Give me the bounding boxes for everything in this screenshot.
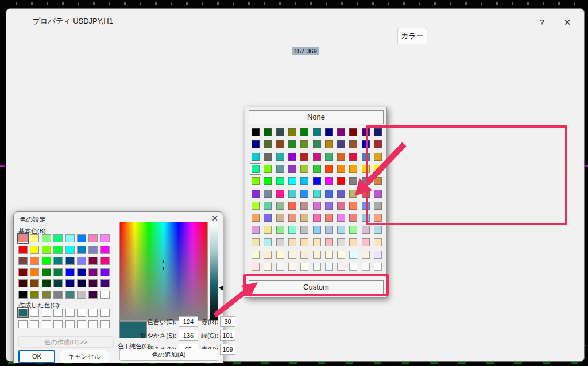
palette-swatch[interactable]: [300, 202, 308, 210]
custom-color-swatch[interactable]: [18, 309, 28, 317]
palette-swatch[interactable]: [252, 140, 260, 148]
define-custom-colors-button[interactable]: 色の作成(D) >>: [18, 336, 114, 348]
palette-swatch[interactable]: [313, 202, 321, 210]
palette-swatch[interactable]: [300, 190, 308, 198]
basic-color-swatch[interactable]: [18, 291, 28, 299]
palette-swatch[interactable]: [300, 128, 308, 136]
palette-swatch[interactable]: [300, 251, 308, 259]
palette-swatch[interactable]: [349, 153, 357, 161]
palette-swatch[interactable]: [252, 128, 260, 136]
palette-swatch[interactable]: [276, 251, 284, 259]
palette-swatch[interactable]: [325, 153, 333, 161]
palette-swatch[interactable]: [362, 263, 370, 271]
basic-color-swatch[interactable]: [18, 246, 28, 254]
palette-swatch[interactable]: [349, 190, 357, 198]
basic-color-swatch[interactable]: [53, 279, 63, 287]
basic-color-swatch[interactable]: [30, 268, 39, 276]
basic-color-swatch[interactable]: [53, 234, 63, 242]
custom-color-swatch[interactable]: [77, 309, 86, 317]
basic-color-swatch[interactable]: [18, 234, 28, 242]
basic-color-swatch[interactable]: [30, 234, 39, 242]
field-value[interactable]: 124: [179, 316, 198, 327]
palette-swatch[interactable]: [300, 177, 308, 185]
palette-swatch[interactable]: [264, 238, 272, 246]
basic-color-swatch[interactable]: [42, 257, 51, 265]
palette-swatch[interactable]: [325, 128, 333, 136]
color-dialog-cancel-button[interactable]: キャンセル: [60, 350, 109, 363]
palette-swatch[interactable]: [276, 165, 284, 173]
palette-swatch[interactable]: [349, 214, 357, 222]
palette-swatch[interactable]: [252, 165, 260, 173]
palette-swatch[interactable]: [288, 140, 296, 148]
palette-swatch[interactable]: [252, 263, 260, 271]
palette-swatch[interactable]: [252, 251, 260, 259]
palette-swatch[interactable]: [374, 251, 382, 259]
palette-swatch[interactable]: [264, 153, 272, 161]
palette-swatch[interactable]: [337, 140, 345, 148]
custom-color-swatch[interactable]: [88, 309, 98, 317]
palette-swatch[interactable]: [264, 214, 272, 222]
custom-color-swatch[interactable]: [100, 320, 110, 328]
basic-color-swatch[interactable]: [77, 279, 86, 287]
palette-swatch[interactable]: [288, 251, 296, 259]
palette-swatch[interactable]: [264, 177, 272, 185]
palette-swatch[interactable]: [362, 238, 370, 246]
basic-color-swatch[interactable]: [65, 257, 75, 265]
palette-swatch[interactable]: [264, 140, 272, 148]
field-value[interactable]: 109: [220, 344, 235, 355]
palette-swatch[interactable]: [288, 238, 296, 246]
color-dialog-ok-button[interactable]: OK: [18, 350, 55, 363]
basic-color-swatch[interactable]: [30, 279, 39, 287]
palette-swatch[interactable]: [313, 177, 321, 185]
basic-color-swatch[interactable]: [65, 279, 75, 287]
palette-swatch[interactable]: [300, 226, 308, 234]
palette-swatch[interactable]: [362, 226, 370, 234]
palette-swatch[interactable]: [337, 165, 345, 173]
palette-swatch[interactable]: [313, 128, 321, 136]
palette-swatch[interactable]: [276, 190, 284, 198]
palette-swatch[interactable]: [325, 202, 333, 210]
palette-swatch[interactable]: [252, 202, 260, 210]
basic-color-swatch[interactable]: [88, 291, 98, 299]
field-value[interactable]: 101: [220, 330, 235, 341]
palette-swatch[interactable]: [374, 226, 382, 234]
palette-swatch[interactable]: [288, 263, 296, 271]
basic-color-swatch[interactable]: [100, 246, 110, 254]
palette-swatch[interactable]: [276, 263, 284, 271]
palette-swatch[interactable]: [276, 177, 284, 185]
palette-swatch[interactable]: [313, 153, 321, 161]
palette-swatch[interactable]: [337, 202, 345, 210]
basic-color-swatch[interactable]: [53, 246, 63, 254]
basic-color-swatch[interactable]: [18, 279, 28, 287]
basic-color-swatch[interactable]: [53, 257, 63, 265]
basic-color-swatch[interactable]: [77, 257, 86, 265]
palette-swatch[interactable]: [288, 226, 296, 234]
basic-color-swatch[interactable]: [88, 257, 98, 265]
palette-swatch[interactable]: [264, 128, 272, 136]
basic-color-swatch[interactable]: [88, 234, 98, 242]
palette-swatch[interactable]: [325, 263, 333, 271]
palette-swatch[interactable]: [362, 251, 370, 259]
palette-swatch[interactable]: [300, 140, 308, 148]
palette-swatch[interactable]: [337, 177, 345, 185]
basic-color-swatch[interactable]: [88, 268, 98, 276]
custom-color-swatch[interactable]: [65, 320, 75, 328]
basic-color-swatch[interactable]: [65, 246, 75, 254]
basic-color-swatch[interactable]: [30, 257, 39, 265]
basic-color-swatch[interactable]: [30, 246, 39, 254]
basic-color-swatch[interactable]: [77, 246, 86, 254]
basic-color-swatch[interactable]: [100, 279, 110, 287]
tab-カラー[interactable]: カラー: [397, 28, 427, 44]
palette-swatch[interactable]: [313, 251, 321, 259]
palette-none-button[interactable]: None: [249, 110, 384, 124]
basic-color-swatch[interactable]: [100, 268, 110, 276]
palette-swatch[interactable]: [313, 214, 321, 222]
palette-swatch[interactable]: [325, 190, 333, 198]
basic-color-swatch[interactable]: [42, 234, 51, 242]
luminance-marker-icon[interactable]: [219, 285, 223, 291]
palette-swatch[interactable]: [252, 190, 260, 198]
palette-swatch[interactable]: [252, 214, 260, 222]
basic-color-swatch[interactable]: [77, 268, 86, 276]
palette-swatch[interactable]: [337, 128, 345, 136]
palette-swatch[interactable]: [300, 263, 308, 271]
